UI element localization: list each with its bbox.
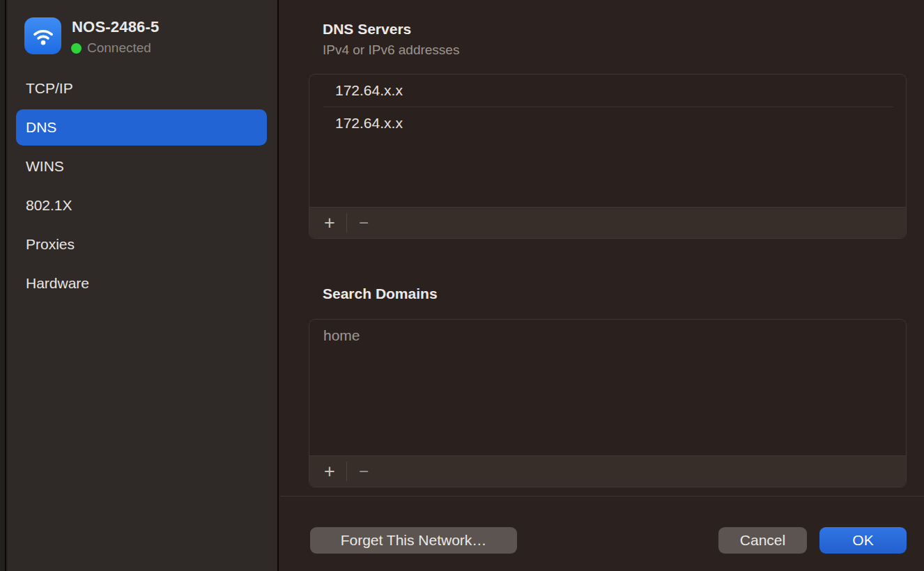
window-edge: [0, 0, 6, 571]
sidebar: NOS-2486-5 Connected TCP/IP DNS WINS 802…: [8, 0, 279, 571]
dns-server-row[interactable]: 172.64.x.x: [309, 107, 906, 139]
dns-servers-list: 172.64.x.x 172.64.x.x + −: [309, 74, 907, 239]
sidebar-item-dns[interactable]: DNS: [16, 109, 267, 146]
cancel-button[interactable]: Cancel: [718, 527, 807, 554]
connected-status-dot: [71, 43, 82, 54]
sidebar-item-proxies[interactable]: Proxies: [16, 226, 267, 263]
sidebar-item-8021x[interactable]: 802.1X: [16, 187, 267, 224]
ok-button[interactable]: OK: [819, 527, 907, 554]
dns-servers-toolbar: + −: [309, 207, 906, 238]
remove-dns-server-button[interactable]: −: [351, 209, 377, 237]
search-domains-list: home + −: [309, 319, 907, 487]
search-domains-title: Search Domains: [323, 286, 438, 302]
footer-divider: [280, 496, 924, 496]
sidebar-item-wins[interactable]: WINS: [16, 148, 267, 185]
search-domain-row[interactable]: home: [309, 320, 906, 351]
network-name: NOS-2486-5: [72, 18, 160, 36]
toolbar-divider: [346, 213, 347, 233]
dns-servers-subtitle: IPv4 or IPv6 addresses: [323, 42, 459, 58]
dns-servers-title: DNS Servers: [323, 21, 411, 38]
network-details-window: NOS-2486-5 Connected TCP/IP DNS WINS 802…: [0, 0, 924, 571]
forget-network-button[interactable]: Forget This Network…: [310, 527, 517, 554]
dns-settings-pane: DNS Servers IPv4 or IPv6 addresses 172.6…: [280, 0, 924, 571]
search-domains-toolbar: + −: [309, 455, 906, 487]
add-search-domain-button[interactable]: +: [316, 457, 343, 485]
connected-status-label: Connected: [87, 40, 151, 56]
sidebar-item-tcpip[interactable]: TCP/IP: [16, 70, 267, 107]
add-dns-server-button[interactable]: +: [316, 209, 343, 237]
network-status: Connected: [71, 40, 151, 56]
sidebar-item-hardware[interactable]: Hardware: [16, 265, 267, 302]
wifi-icon: [24, 17, 61, 54]
remove-search-domain-button[interactable]: −: [351, 457, 377, 485]
sidebar-nav: TCP/IP DNS WINS 802.1X Proxies Hardware: [16, 70, 267, 304]
dns-server-row[interactable]: 172.64.x.x: [309, 75, 906, 107]
toolbar-divider: [346, 462, 347, 481]
